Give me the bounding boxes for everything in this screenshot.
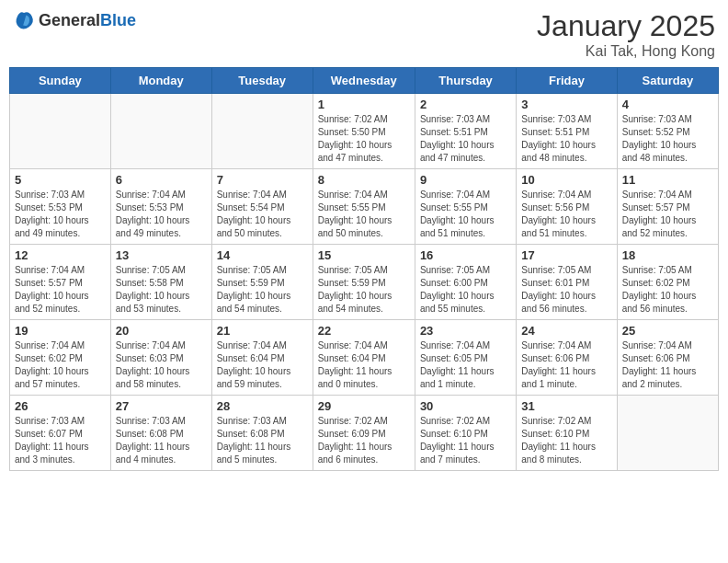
weekday-header: Wednesday (313, 68, 415, 94)
calendar-cell (110, 94, 211, 169)
weekday-header: Monday (110, 68, 211, 94)
day-number: 15 (318, 248, 410, 262)
day-info: Sunrise: 7:03 AM Sunset: 6:08 PM Dayligh… (116, 415, 207, 466)
calendar-cell: 6Sunrise: 7:04 AM Sunset: 5:53 PM Daylig… (110, 169, 211, 245)
day-number: 22 (318, 324, 410, 338)
day-info: Sunrise: 7:03 AM Sunset: 5:53 PM Dayligh… (15, 189, 106, 240)
day-info: Sunrise: 7:05 AM Sunset: 5:59 PM Dayligh… (318, 264, 410, 316)
weekday-header: Friday (517, 68, 617, 94)
calendar-cell: 21Sunrise: 7:04 AM Sunset: 6:04 PM Dayli… (211, 320, 313, 396)
calendar-cell: 30Sunrise: 7:02 AM Sunset: 6:10 PM Dayli… (415, 396, 516, 471)
calendar-cell: 20Sunrise: 7:04 AM Sunset: 6:03 PM Dayli… (110, 320, 211, 396)
calendar-cell: 11Sunrise: 7:04 AM Sunset: 5:57 PM Dayli… (617, 169, 718, 245)
month-title: January 2025 (537, 9, 715, 43)
weekday-header: Sunday (10, 68, 111, 94)
calendar-cell: 29Sunrise: 7:02 AM Sunset: 6:09 PM Dayli… (313, 396, 415, 471)
title-block: January 2025 Kai Tak, Hong Kong (537, 9, 715, 60)
day-info: Sunrise: 7:02 AM Sunset: 6:10 PM Dayligh… (521, 415, 611, 466)
day-info: Sunrise: 7:03 AM Sunset: 5:52 PM Dayligh… (622, 113, 713, 165)
day-number: 10 (521, 173, 611, 187)
calendar-table: SundayMondayTuesdayWednesdayThursdayFrid… (9, 67, 719, 471)
calendar-week-row: 1Sunrise: 7:02 AM Sunset: 5:50 PM Daylig… (10, 94, 719, 169)
page-header: GeneralBlue January 2025 Kai Tak, Hong K… (9, 9, 719, 60)
calendar-cell: 19Sunrise: 7:04 AM Sunset: 6:02 PM Dayli… (10, 320, 111, 396)
day-info: Sunrise: 7:04 AM Sunset: 6:05 PM Dayligh… (420, 339, 511, 391)
day-info: Sunrise: 7:04 AM Sunset: 6:06 PM Dayligh… (521, 339, 611, 391)
day-info: Sunrise: 7:04 AM Sunset: 5:53 PM Dayligh… (116, 189, 207, 240)
calendar-cell: 12Sunrise: 7:04 AM Sunset: 5:57 PM Dayli… (10, 245, 111, 320)
day-info: Sunrise: 7:04 AM Sunset: 5:54 PM Dayligh… (217, 189, 308, 240)
calendar-week-row: 5Sunrise: 7:03 AM Sunset: 5:53 PM Daylig… (10, 169, 719, 245)
calendar-cell: 23Sunrise: 7:04 AM Sunset: 6:05 PM Dayli… (415, 320, 516, 396)
day-number: 27 (116, 399, 207, 413)
day-info: Sunrise: 7:04 AM Sunset: 6:06 PM Dayligh… (622, 339, 713, 391)
day-info: Sunrise: 7:03 AM Sunset: 6:07 PM Dayligh… (15, 415, 106, 466)
calendar-cell: 14Sunrise: 7:05 AM Sunset: 5:59 PM Dayli… (211, 245, 313, 320)
day-info: Sunrise: 7:04 AM Sunset: 5:55 PM Dayligh… (420, 189, 511, 240)
calendar-cell: 9Sunrise: 7:04 AM Sunset: 5:55 PM Daylig… (415, 169, 516, 245)
calendar-week-row: 19Sunrise: 7:04 AM Sunset: 6:02 PM Dayli… (10, 320, 719, 396)
day-number: 19 (15, 324, 106, 338)
day-info: Sunrise: 7:02 AM Sunset: 5:50 PM Dayligh… (318, 113, 410, 165)
day-number: 3 (521, 98, 611, 111)
calendar-cell (211, 94, 313, 169)
calendar-cell: 7Sunrise: 7:04 AM Sunset: 5:54 PM Daylig… (211, 169, 313, 245)
day-info: Sunrise: 7:02 AM Sunset: 6:10 PM Dayligh… (420, 415, 511, 466)
day-number: 31 (521, 399, 611, 413)
logo-general-text: General (39, 11, 100, 29)
day-number: 29 (318, 399, 410, 413)
day-info: Sunrise: 7:05 AM Sunset: 6:02 PM Dayligh… (622, 264, 713, 316)
day-info: Sunrise: 7:03 AM Sunset: 6:08 PM Dayligh… (217, 415, 308, 466)
day-number: 20 (116, 324, 207, 338)
calendar-cell: 4Sunrise: 7:03 AM Sunset: 5:52 PM Daylig… (617, 94, 718, 169)
calendar-cell: 8Sunrise: 7:04 AM Sunset: 5:55 PM Daylig… (313, 169, 415, 245)
day-number: 21 (217, 324, 308, 338)
day-number: 25 (622, 324, 713, 338)
day-info: Sunrise: 7:03 AM Sunset: 5:51 PM Dayligh… (521, 113, 611, 165)
day-info: Sunrise: 7:04 AM Sunset: 5:57 PM Dayligh… (622, 189, 713, 240)
day-number: 30 (420, 399, 511, 413)
day-info: Sunrise: 7:04 AM Sunset: 5:56 PM Dayligh… (521, 189, 611, 240)
day-info: Sunrise: 7:05 AM Sunset: 5:59 PM Dayligh… (217, 264, 308, 316)
day-number: 7 (217, 173, 308, 187)
day-info: Sunrise: 7:04 AM Sunset: 6:04 PM Dayligh… (318, 339, 410, 391)
calendar-cell: 10Sunrise: 7:04 AM Sunset: 5:56 PM Dayli… (517, 169, 617, 245)
day-number: 26 (15, 399, 106, 413)
weekday-header: Saturday (617, 68, 718, 94)
day-number: 9 (420, 173, 511, 187)
day-info: Sunrise: 7:04 AM Sunset: 5:57 PM Dayligh… (15, 264, 106, 316)
weekday-header: Tuesday (211, 68, 313, 94)
calendar-cell: 17Sunrise: 7:05 AM Sunset: 6:01 PM Dayli… (517, 245, 617, 320)
calendar-cell: 26Sunrise: 7:03 AM Sunset: 6:07 PM Dayli… (10, 396, 111, 471)
day-number: 11 (622, 173, 713, 187)
day-number: 6 (116, 173, 207, 187)
day-number: 17 (521, 248, 611, 262)
calendar-cell: 24Sunrise: 7:04 AM Sunset: 6:06 PM Dayli… (517, 320, 617, 396)
day-info: Sunrise: 7:04 AM Sunset: 6:02 PM Dayligh… (15, 339, 106, 391)
calendar-cell: 22Sunrise: 7:04 AM Sunset: 6:04 PM Dayli… (313, 320, 415, 396)
calendar-cell: 15Sunrise: 7:05 AM Sunset: 5:59 PM Dayli… (313, 245, 415, 320)
day-number: 28 (217, 399, 308, 413)
calendar-cell (617, 396, 718, 471)
calendar-cell: 13Sunrise: 7:05 AM Sunset: 5:58 PM Dayli… (110, 245, 211, 320)
weekday-header-row: SundayMondayTuesdayWednesdayThursdayFrid… (10, 68, 719, 94)
calendar-cell: 3Sunrise: 7:03 AM Sunset: 5:51 PM Daylig… (517, 94, 617, 169)
day-number: 1 (318, 98, 410, 111)
day-info: Sunrise: 7:04 AM Sunset: 5:55 PM Dayligh… (318, 189, 410, 240)
calendar-cell: 1Sunrise: 7:02 AM Sunset: 5:50 PM Daylig… (313, 94, 415, 169)
calendar-week-row: 12Sunrise: 7:04 AM Sunset: 5:57 PM Dayli… (10, 245, 719, 320)
day-info: Sunrise: 7:05 AM Sunset: 6:00 PM Dayligh… (420, 264, 511, 316)
logo-icon (13, 9, 35, 31)
calendar-cell: 5Sunrise: 7:03 AM Sunset: 5:53 PM Daylig… (10, 169, 111, 245)
day-info: Sunrise: 7:04 AM Sunset: 6:03 PM Dayligh… (116, 339, 207, 391)
calendar-cell: 25Sunrise: 7:04 AM Sunset: 6:06 PM Dayli… (617, 320, 718, 396)
calendar-week-row: 26Sunrise: 7:03 AM Sunset: 6:07 PM Dayli… (10, 396, 719, 471)
day-number: 8 (318, 173, 410, 187)
day-info: Sunrise: 7:04 AM Sunset: 6:04 PM Dayligh… (217, 339, 308, 391)
day-number: 18 (622, 248, 713, 262)
day-number: 24 (521, 324, 611, 338)
logo-blue-text: Blue (100, 11, 136, 29)
calendar-cell: 18Sunrise: 7:05 AM Sunset: 6:02 PM Dayli… (617, 245, 718, 320)
logo: GeneralBlue (13, 9, 136, 31)
day-info: Sunrise: 7:02 AM Sunset: 6:09 PM Dayligh… (318, 415, 410, 466)
